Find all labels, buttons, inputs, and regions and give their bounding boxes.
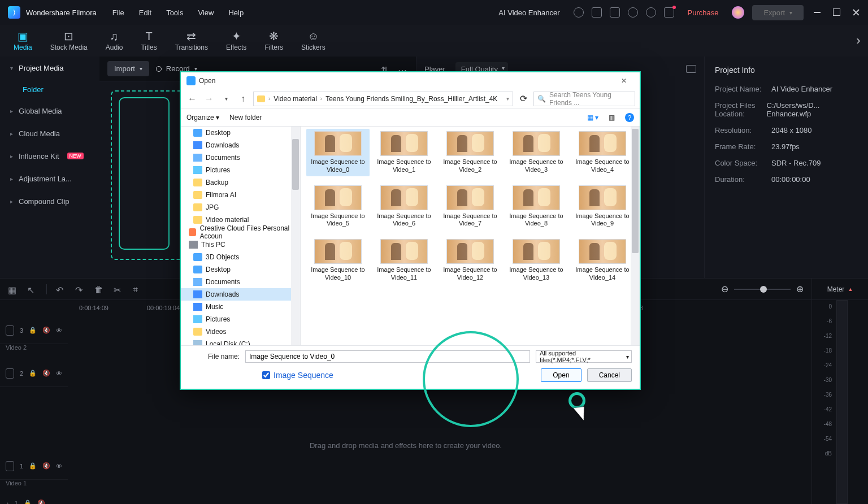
file-scrollbar[interactable] [631, 127, 640, 345]
modules-next[interactable]: › [849, 25, 868, 57]
maximize-button[interactable] [833, 8, 841, 16]
tree-item[interactable]: Documents [181, 276, 300, 288]
nav-back[interactable]: ← [185, 92, 199, 106]
crop-icon[interactable]: ⌗ [133, 285, 143, 294]
lock-icon[interactable]: 🔒 [29, 462, 37, 470]
module-media[interactable]: ▣Media [14, 30, 32, 51]
cloud-icon[interactable] [628, 7, 638, 18]
new-folder-button[interactable]: New folder [229, 114, 262, 121]
tree-item[interactable]: 3D Objects [181, 251, 300, 263]
module-audio[interactable]: ♫Audio [106, 30, 123, 51]
tree-item[interactable]: Desktop [181, 263, 300, 276]
tree-item[interactable]: Creative Cloud Files Personal Accoun [181, 226, 300, 238]
track-head-3[interactable]: 3🔒🔇👁 [0, 317, 68, 344]
lock-icon[interactable]: 🔒 [29, 327, 37, 334]
mute-icon[interactable]: 🔇 [42, 327, 50, 334]
module-titles[interactable]: TTitles [141, 30, 157, 51]
cancel-button[interactable]: Cancel [587, 368, 632, 382]
tree-item[interactable]: Filmora AI [181, 189, 300, 201]
menu-edit[interactable]: Edit [139, 8, 151, 17]
filetype-select[interactable]: All supported files(*.MP4;*.FLV;* [536, 350, 632, 363]
module-stickers[interactable]: ☺Stickers [301, 30, 326, 51]
file-item[interactable]: Image Sequence to Video_13 [505, 237, 568, 284]
screen-icon[interactable] [592, 7, 602, 18]
folder-tree[interactable]: Desktop⊘Downloads⊘Documents⊘Pictures⊘Bac… [181, 127, 301, 345]
delete-icon[interactable]: 🗑 [94, 285, 105, 294]
eye-icon[interactable]: 👁 [56, 370, 62, 377]
minimize-button[interactable] [814, 8, 822, 16]
import-button[interactable]: Import▾ [107, 61, 149, 76]
search-input[interactable]: 🔍Search Teens Young Friends ... [533, 92, 635, 106]
track-head-1[interactable]: 1🔒🔇👁 [0, 453, 68, 480]
file-list[interactable]: Image Sequence to Video_0Image Sequence … [301, 127, 640, 345]
tl-cursor-icon[interactable]: ↖ [27, 285, 37, 294]
sidebar-item-adjustment[interactable]: ▸Adjustment La... [0, 167, 99, 190]
module-filters[interactable]: ❋Filters [264, 30, 283, 51]
breadcrumb[interactable]: › Video material › Teens Young Friends S… [253, 92, 513, 106]
tree-item[interactable]: Pictures⊘ [181, 164, 300, 176]
tree-item[interactable]: Local Disk (C:) [181, 338, 300, 345]
nav-forward[interactable]: → [202, 92, 216, 106]
tree-scrollbar[interactable] [291, 127, 300, 345]
export-button[interactable]: Export▾ [752, 5, 804, 20]
preview-pane-button[interactable]: ▥ [609, 114, 615, 121]
tree-item[interactable]: Downloads [181, 288, 300, 301]
tree-item[interactable]: Documents⊘ [181, 151, 300, 164]
nav-recent[interactable]: ▾ [219, 92, 233, 106]
file-item[interactable]: Image Sequence to Video_2 [439, 129, 502, 176]
help-icon[interactable] [646, 7, 656, 18]
module-stock[interactable]: ⊡Stock Media [50, 30, 88, 51]
mute-icon[interactable]: 🔇 [42, 462, 50, 470]
save-icon[interactable] [610, 7, 620, 18]
sidebar-item-global-media[interactable]: ▸Global Media [0, 99, 99, 122]
sidebar-item-project-media[interactable]: ▾Project Media [0, 57, 99, 79]
filename-input[interactable] [245, 350, 530, 363]
menu-file[interactable]: File [112, 8, 124, 17]
file-item[interactable]: Image Sequence to Video_3 [505, 129, 568, 176]
file-item[interactable]: Image Sequence to Video_0 [306, 129, 370, 176]
file-item[interactable]: Image Sequence to Video_7 [439, 183, 502, 231]
open-button[interactable]: Open [541, 368, 581, 382]
file-item[interactable]: Image Sequence to Video_12 [439, 237, 502, 284]
sidebar-item-cloud-media[interactable]: ▸Cloud Media [0, 122, 99, 145]
track-head-2[interactable]: 2🔒🔇👁 [0, 360, 68, 387]
file-item[interactable]: Image Sequence to Video_4 [571, 129, 634, 176]
zoom-out-icon[interactable]: ⊖ [721, 284, 728, 294]
tree-item[interactable]: Music [181, 301, 300, 313]
eye-icon[interactable]: 👁 [56, 463, 62, 470]
help-button[interactable]: ? [625, 113, 634, 122]
apps-icon[interactable] [664, 7, 674, 18]
close-button[interactable] [852, 8, 860, 16]
menu-view[interactable]: View [198, 8, 214, 17]
sidebar-folder[interactable]: Folder [0, 79, 99, 99]
snapshot-icon[interactable] [686, 65, 696, 73]
file-item[interactable]: Image Sequence to Video_10 [306, 237, 370, 284]
file-item[interactable]: Image Sequence to Video_8 [505, 183, 568, 231]
image-sequence-checkbox[interactable]: Image Sequence [262, 371, 333, 380]
crumb-0[interactable]: Video material [274, 95, 317, 103]
file-item[interactable]: Image Sequence to Video_11 [372, 237, 436, 284]
menu-help[interactable]: Help [228, 8, 244, 17]
purchase-button[interactable]: Purchase [682, 6, 724, 19]
tree-item[interactable]: Downloads⊘ [181, 139, 300, 151]
lock-icon[interactable]: 🔒 [29, 370, 37, 377]
tree-item[interactable]: Backup [181, 176, 300, 189]
avatar[interactable] [732, 6, 744, 19]
tree-item[interactable]: JPG [181, 201, 300, 214]
redo-icon[interactable]: ↷ [75, 285, 85, 294]
file-item[interactable]: Image Sequence to Video_9 [571, 183, 634, 231]
tree-item[interactable]: Pictures [181, 313, 300, 325]
menu-tools[interactable]: Tools [166, 8, 183, 17]
undo-icon[interactable]: ↶ [56, 285, 66, 294]
dialog-close-button[interactable]: ✕ [614, 75, 634, 87]
file-item[interactable]: Image Sequence to Video_5 [306, 183, 370, 231]
view-mode-button[interactable]: ▦ ▾ [587, 114, 598, 121]
nav-up[interactable]: ↑ [236, 92, 250, 106]
refresh-button[interactable]: ⟳ [517, 93, 530, 104]
cut-icon[interactable]: ✂ [114, 285, 124, 294]
file-item[interactable]: Image Sequence to Video_14 [571, 237, 634, 284]
sidebar-item-compound[interactable]: ▸Compound Clip [0, 190, 99, 212]
zoom-in-icon[interactable]: ⊕ [796, 284, 804, 294]
file-item[interactable]: Image Sequence to Video_6 [372, 183, 436, 231]
module-effects[interactable]: ✦Effects [226, 30, 246, 51]
